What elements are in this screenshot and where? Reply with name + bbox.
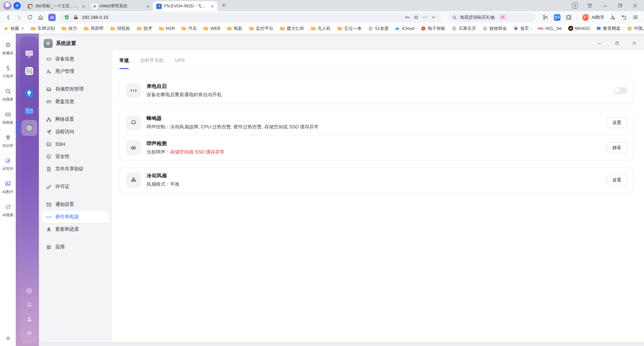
favorites-menu[interactable]: 收藏 ▼: [3, 25, 24, 32]
dock-account[interactable]: [26, 315, 33, 324]
back-icon[interactable]: [4, 13, 13, 22]
bookmark-item[interactable]: 无人机: [311, 25, 331, 32]
ai-assistant-label[interactable]: AI助手: [592, 14, 604, 20]
bookmark-item[interactable]: WEB: [203, 26, 220, 31]
side-panel-item-3[interactable]: AI搜索: [2, 88, 13, 102]
download-icon[interactable]: [609, 14, 616, 20]
ai-assistant-icon[interactable]: [582, 14, 589, 21]
sidebar-item-更新和还原[interactable]: 更新和还原: [42, 223, 109, 235]
browser-logo[interactable]: [3, 2, 11, 10]
sidebar-item-安全性[interactable]: 安全性: [42, 151, 109, 163]
bookmark-item[interactable]: iCloud: [395, 26, 414, 31]
bookmark-item[interactable]: 五位一体: [337, 25, 362, 32]
side-panel-item-6[interactable]: AI写作: [2, 157, 13, 171]
bookmark-item[interactable]: NVR: [159, 26, 175, 31]
tab-定时开关机[interactable]: 定时开关机: [140, 55, 164, 69]
side-panel-item-2[interactable]: 小程序: [2, 65, 13, 79]
sidebar-item-应用[interactable]: 应用: [42, 241, 109, 253]
skin-theme-icon[interactable]: [587, 3, 593, 8]
side-panel-item-5[interactable]: 知识库: [2, 134, 13, 148]
extensions-puzzle-icon[interactable]: [566, 14, 572, 20]
address-bar[interactable]: 192.168.0.15: [59, 13, 441, 22]
tab-close-icon[interactable]: [81, 4, 86, 9]
bookmark-item[interactable]: 招投标: [110, 25, 130, 32]
sidebar-item-许可证[interactable]: 许可证: [42, 181, 109, 193]
app-close-icon[interactable]: [632, 41, 637, 46]
sidebar-item-文件共享协议[interactable]: 文件共享协议: [42, 163, 109, 175]
bookmark-item[interactable]: 建大仁科: [280, 25, 304, 32]
adblock-shield-icon[interactable]: [64, 14, 70, 20]
sidebar-item-通知设置[interactable]: 通知设置: [42, 198, 109, 211]
side-panel-item-7[interactable]: AI图片: [2, 180, 13, 194]
more-dots-icon[interactable]: [422, 14, 428, 20]
dock-transfer[interactable]: [26, 287, 33, 296]
bookmark-item[interactable]: 黑群晖: [84, 25, 104, 32]
screenshot-scissors-icon[interactable]: [542, 14, 549, 20]
sidebar-item-SSH[interactable]: SSH: [42, 138, 109, 150]
sidebar-item-远程访问[interactable]: 远程访问: [42, 126, 109, 138]
compass-pinned-icon[interactable]: [13, 2, 21, 9]
sidebar-item-用户管理[interactable]: 用户管理: [42, 65, 109, 77]
bookmark-item[interactable]: MMAIGO: [568, 26, 589, 31]
sidebar-item-设备信息[interactable]: 设备信息: [42, 53, 109, 65]
app-minimize-icon[interactable]: [597, 41, 602, 46]
sidebar-item-硬件和电源[interactable]: 硬件和电源: [42, 211, 109, 223]
bookmark-item[interactable]: H3CHCL_Se: [538, 26, 561, 31]
bookmark-item[interactable]: 首页 -: [513, 25, 532, 32]
tab-count-badge[interactable]: 3: [572, 3, 578, 9]
home-icon[interactable]: [36, 13, 45, 22]
minimize-button[interactable]: [602, 3, 608, 8]
translate-icon[interactable]: 文A: [554, 14, 560, 21]
insecure-lock-icon[interactable]: [73, 14, 79, 20]
forward-icon[interactable]: [15, 13, 23, 22]
dock-app-app-center[interactable]: [21, 63, 37, 79]
browser-settings-gear-icon[interactable]: [5, 335, 11, 341]
dock-notifications[interactable]: [26, 301, 33, 310]
button-设置[interactable]: 设置: [606, 175, 627, 185]
search-box[interactable]: 海底捞强制买礼物 新: [448, 13, 536, 22]
tab-UPS[interactable]: UPS: [175, 55, 185, 69]
new-tab-button[interactable]: [219, 1, 228, 10]
bookmark-item[interactable]: 财政部会: [482, 25, 507, 32]
bookmark-item[interactable]: 得力: [61, 25, 77, 32]
toggle-来电自启[interactable]: [614, 87, 627, 94]
tab-常规[interactable]: 常规: [119, 55, 129, 69]
browser-tab-1[interactable]: 360导航_一个主页，整个世: [24, 1, 89, 11]
restore-session-icon[interactable]: [621, 14, 627, 20]
button-设置[interactable]: 设置: [606, 117, 627, 128]
dock-app-tips[interactable]: [21, 85, 37, 101]
bookmark-item[interactable]: 车牌识别: [31, 25, 55, 32]
close-button[interactable]: [632, 3, 638, 8]
side-panel-item-8[interactable]: AI视频: [2, 204, 13, 218]
bookmark-item[interactable]: 中国人事: [627, 25, 644, 32]
bookmark-star-icon[interactable]: [413, 14, 419, 20]
bookmark-item[interactable]: 51发票: [368, 25, 388, 32]
dock-app-system-settings[interactable]: [21, 120, 37, 136]
menu-icon[interactable]: [632, 14, 639, 20]
search-suggestion-text[interactable]: 海底捞强制买礼物: [460, 14, 495, 20]
bookmark-item[interactable]: 教育网盘: [596, 25, 621, 32]
side-panel-item-1[interactable]: 收藏夹: [2, 42, 13, 56]
chevron-down-icon[interactable]: [431, 14, 436, 20]
restore-button[interactable]: [617, 3, 623, 8]
sidebar-item-网络设置[interactable]: 网络设置: [42, 113, 109, 125]
password-key-icon[interactable]: [405, 14, 410, 20]
dock-app-desktop[interactable]: [21, 46, 37, 61]
browser-tab-3[interactable]: FN-EVO4-492D - 飞牛 fnO: [153, 1, 217, 11]
ai-browser-icon[interactable]: AI: [48, 14, 56, 21]
dock-app-files[interactable]: [21, 103, 37, 118]
url-text[interactable]: 192.168.0.15: [82, 15, 401, 20]
bookmark-item[interactable]: 监控平台: [249, 25, 273, 32]
tab-close-icon[interactable]: [146, 4, 150, 9]
button-静音[interactable]: 静音: [606, 142, 627, 153]
bookmark-item[interactable]: 汽车: [181, 25, 197, 32]
sidebar-item-硬盘信息[interactable]: 硬盘信息: [42, 96, 109, 108]
browser-tab-2[interactable]: ReWeb管理系统: [89, 1, 153, 11]
dock-preferences[interactable]: [26, 330, 33, 338]
tab-close-icon[interactable]: [210, 4, 215, 9]
app-maximize-icon[interactable]: [614, 41, 619, 46]
bookmark-item[interactable]: 石家庄开: [451, 25, 476, 32]
bookmark-item[interactable]: 电影: [227, 25, 243, 32]
bookmark-item[interactable]: 技术: [137, 25, 152, 32]
sidebar-item-存储空间管理[interactable]: 存储空间管理: [42, 83, 109, 95]
